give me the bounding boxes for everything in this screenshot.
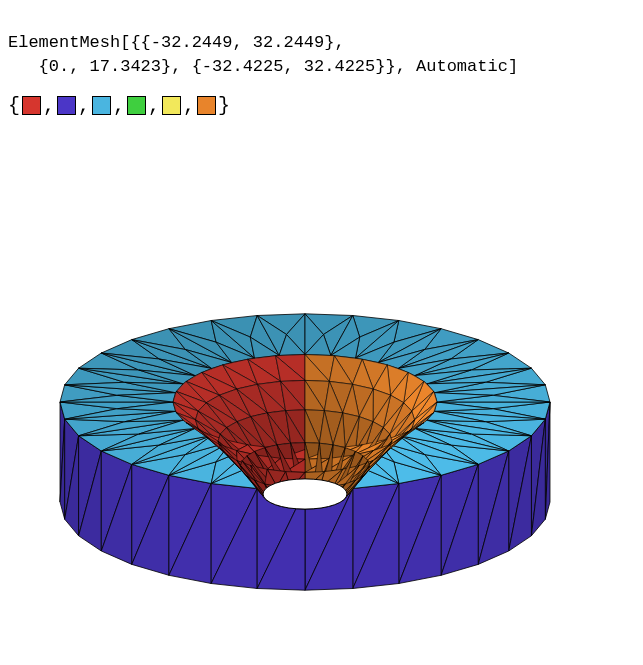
swatch-cyan	[92, 96, 111, 115]
element-mesh-graphic[interactable]	[20, 147, 580, 627]
code-line-2: {0., 17.3423}, {-32.4225, 32.4225}}, Aut…	[8, 57, 518, 76]
swatch-purple	[57, 96, 76, 115]
list-sep: ,	[78, 94, 90, 117]
list-sep: ,	[113, 94, 125, 117]
swatch-green	[127, 96, 146, 115]
output-cell: ElementMesh[{{-32.2449, 32.2449}, {0., 1…	[0, 0, 643, 80]
swatch-yellow	[162, 96, 181, 115]
code-line-1: ElementMesh[{{-32.2449, 32.2449},	[8, 33, 345, 52]
svg-marker-384	[263, 479, 347, 509]
list-sep: ,	[183, 94, 195, 117]
swatch-red	[22, 96, 41, 115]
list-sep: ,	[43, 94, 55, 117]
list-close-brace: }	[218, 94, 230, 117]
list-open-brace: {	[8, 94, 20, 117]
mesh-center-hole	[263, 479, 347, 509]
color-swatch-list: { , , , , , }	[0, 80, 643, 117]
swatch-orange	[197, 96, 216, 115]
list-sep: ,	[148, 94, 160, 117]
graphics3d-output[interactable]	[0, 117, 643, 627]
